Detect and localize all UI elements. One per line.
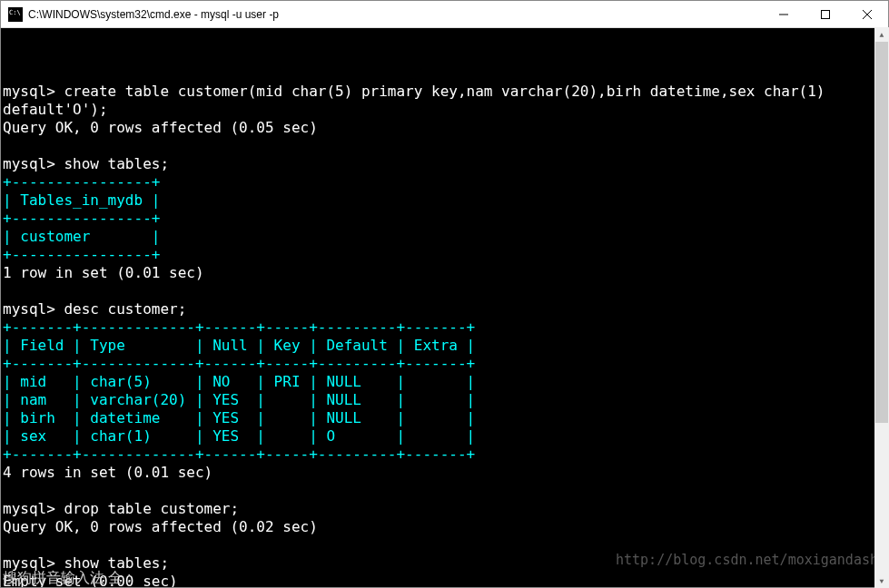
terminal-line: +----------------+ — [3, 173, 160, 191]
scroll-thumb[interactable] — [875, 42, 888, 423]
terminal-line: Query OK, 0 rows affected (0.02 sec) — [3, 518, 318, 535]
terminal-content: mysql> create table customer(mid char(5)… — [3, 64, 886, 587]
terminal-line: | Field | Type | Null | Key | Default | … — [3, 337, 475, 354]
terminal-line: | Tables_in_mydb | — [3, 191, 160, 209]
terminal-line: +----------------+ — [3, 210, 160, 227]
scroll-down-arrow-icon[interactable]: ▼ — [874, 573, 889, 588]
terminal-line: | birh | datetime | YES | | NULL | | — [3, 409, 475, 426]
ime-status: 搜狗拼音输入法 全 : — [3, 569, 131, 587]
window-controls — [763, 1, 888, 28]
terminal-line: | customer | — [3, 228, 160, 245]
scroll-up-arrow-icon[interactable]: ▲ — [874, 27, 889, 42]
terminal-line: | nam | varchar(20) | YES | | NULL | | — [3, 391, 475, 408]
terminal-area[interactable]: mysql> create table customer(mid char(5)… — [1, 28, 888, 587]
terminal-line: default'O'); — [3, 101, 108, 118]
terminal-line: 1 row in set (0.01 sec) — [3, 264, 204, 281]
svg-rect-1 — [822, 10, 830, 18]
vertical-scrollbar[interactable]: ▲ ▼ — [874, 27, 889, 588]
terminal-line: mysql> show tables; — [3, 155, 169, 172]
terminal-line: 4 rows in set (0.01 sec) — [3, 464, 212, 481]
cmd-icon — [8, 7, 23, 22]
terminal-line: +-------+-------------+------+-----+----… — [3, 355, 475, 372]
terminal-line: | mid | char(5) | NO | PRI | NULL | | — [3, 373, 475, 390]
terminal-line: mysql> drop table customer; — [3, 500, 239, 517]
terminal-line: | sex | char(1) | YES | | O | | — [3, 427, 475, 445]
maximize-button[interactable] — [805, 1, 846, 28]
terminal-line: Query OK, 0 rows affected (0.05 sec) — [3, 119, 318, 136]
minimize-button[interactable] — [763, 1, 805, 28]
terminal-line: mysql> desc customer; — [3, 300, 186, 318]
cmd-window: C:\WINDOWS\system32\cmd.exe - mysql -u u… — [0, 0, 889, 588]
scroll-track[interactable] — [874, 42, 889, 573]
titlebar[interactable]: C:\WINDOWS\system32\cmd.exe - mysql -u u… — [1, 1, 888, 28]
terminal-line: +----------------+ — [3, 246, 160, 263]
close-button[interactable] — [846, 1, 888, 28]
terminal-line: +-------+-------------+------+-----+----… — [3, 446, 475, 463]
watermark-text: http://blog.csdn.net/moxigandashu — [616, 552, 886, 569]
terminal-line: +-------+-------------+------+-----+----… — [3, 318, 475, 336]
terminal-line: mysql> create table customer(mid char(5)… — [3, 83, 825, 100]
window-title: C:\WINDOWS\system32\cmd.exe - mysql -u u… — [28, 8, 763, 21]
